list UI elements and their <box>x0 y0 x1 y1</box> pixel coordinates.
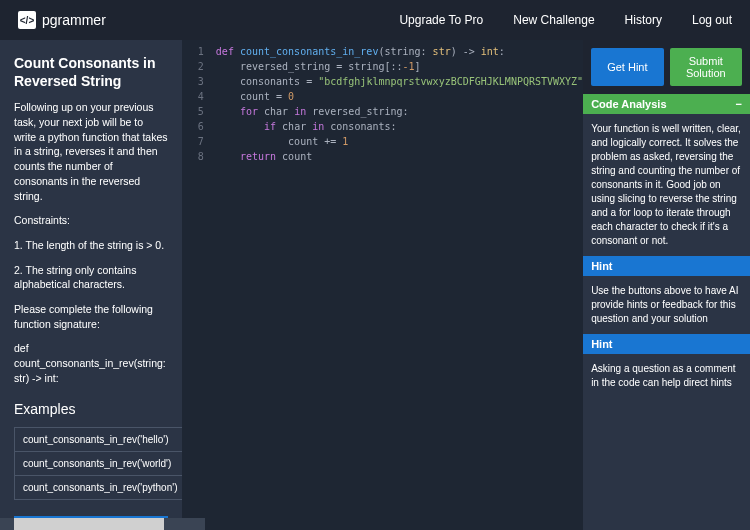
table-row: count_consonants_in_rev('world')4 <box>15 452 182 476</box>
table-row: count_consonants_in_rev('python')4 <box>15 476 182 500</box>
code-editor[interactable]: 12345678 def count_consonants_in_rev(str… <box>182 40 583 530</box>
problem-description: Following up on your previous task, your… <box>14 100 168 203</box>
constraints-label: Constraints: <box>14 213 168 228</box>
table-row: count_consonants_in_rev('hello')3 <box>15 428 182 452</box>
action-buttons: Get Hint Submit Solution <box>583 40 750 94</box>
hint-body-1: Use the buttons above to have AI provide… <box>583 276 750 334</box>
brand[interactable]: </> pgrammer <box>18 11 106 29</box>
constraint-1: 1. The length of the string is > 0. <box>14 238 168 253</box>
nav-new-challenge[interactable]: New Challenge <box>513 13 594 27</box>
function-signature: def count_consonants_in_rev(string: str)… <box>14 341 168 385</box>
hint-header-1[interactable]: Hint <box>583 256 750 276</box>
hint-header-2[interactable]: Hint <box>583 334 750 354</box>
problem-title: Count Consonants in Reversed String <box>14 54 168 90</box>
problem-panel: Count Consonants in Reversed String Foll… <box>0 40 182 530</box>
code-icon: </> <box>18 11 36 29</box>
examples-label: Examples <box>14 401 168 417</box>
nav-logout[interactable]: Log out <box>692 13 732 27</box>
examples-table: count_consonants_in_rev('hello')3 count_… <box>14 427 182 500</box>
code-content[interactable]: def count_consonants_in_rev(string: str)… <box>182 40 583 164</box>
brand-text: pgrammer <box>42 12 106 28</box>
minus-icon: − <box>736 98 742 110</box>
analysis-body: Your function is well written, clear, an… <box>583 114 750 256</box>
signature-prompt: Please complete the following function s… <box>14 302 168 331</box>
main-layout: Count Consonants in Reversed String Foll… <box>0 40 750 530</box>
app-header: </> pgrammer Upgrade To Pro New Challeng… <box>0 0 750 40</box>
nav-history[interactable]: History <box>625 13 662 27</box>
horizontal-scrollbar[interactable] <box>0 518 205 530</box>
scrollbar-thumb[interactable] <box>14 518 164 530</box>
nav-upgrade[interactable]: Upgrade To Pro <box>399 13 483 27</box>
hint-body-2: Asking a question as a comment in the co… <box>583 354 750 398</box>
submit-button[interactable]: Submit Solution <box>670 48 742 86</box>
top-nav: Upgrade To Pro New Challenge History Log… <box>399 13 732 27</box>
feedback-panel: Get Hint Submit Solution Code Analysis −… <box>583 40 750 530</box>
get-hint-button[interactable]: Get Hint <box>591 48 663 86</box>
constraint-2: 2. The string only contains alphabetical… <box>14 263 168 292</box>
line-numbers: 12345678 <box>182 40 210 164</box>
analysis-header[interactable]: Code Analysis − <box>583 94 750 114</box>
